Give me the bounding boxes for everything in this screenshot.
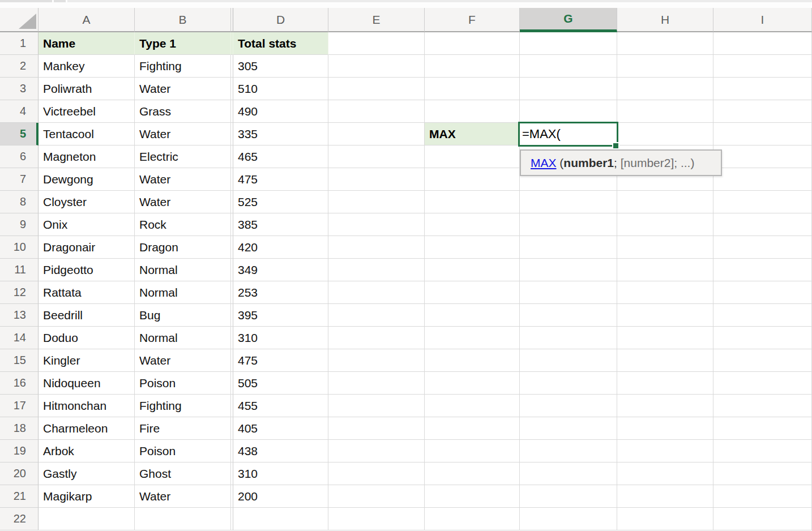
cell-G4[interactable] bbox=[520, 100, 617, 123]
row-header-3[interactable]: 3 bbox=[0, 78, 39, 100]
cell-B16[interactable]: Poison bbox=[135, 372, 231, 395]
cell-E2[interactable] bbox=[328, 55, 425, 78]
column-header-D[interactable]: D bbox=[233, 8, 328, 32]
cell-E11[interactable] bbox=[328, 259, 425, 281]
row-header-1[interactable]: 1 bbox=[0, 32, 39, 55]
cell-D1[interactable]: Total stats bbox=[233, 32, 328, 55]
cell-F4[interactable] bbox=[425, 100, 520, 123]
row-header-22[interactable]: 22 bbox=[0, 508, 39, 530]
column-header-G[interactable]: G bbox=[520, 8, 617, 32]
cell-E17[interactable] bbox=[328, 395, 425, 417]
cell-A3[interactable]: Poliwrath bbox=[39, 78, 135, 100]
cell-D3[interactable]: 510 bbox=[233, 78, 328, 100]
cell-H19[interactable] bbox=[617, 440, 713, 463]
cell-A10[interactable]: Dragonair bbox=[39, 236, 135, 259]
cell-B21[interactable]: Water bbox=[135, 485, 231, 508]
cell-E14[interactable] bbox=[328, 327, 425, 349]
cell-H9[interactable] bbox=[617, 213, 713, 236]
cell-A1[interactable]: Name bbox=[39, 32, 135, 55]
cell-F15[interactable] bbox=[425, 349, 520, 372]
cell-E1[interactable] bbox=[328, 32, 425, 55]
cell-H2[interactable] bbox=[617, 55, 713, 78]
cell-F21[interactable] bbox=[425, 485, 520, 508]
cell-G14[interactable] bbox=[520, 327, 617, 349]
cell-G8[interactable] bbox=[520, 191, 617, 213]
cell-H21[interactable] bbox=[617, 485, 713, 508]
cell-A8[interactable]: Cloyster bbox=[39, 191, 135, 213]
cell-B8[interactable]: Water bbox=[135, 191, 231, 213]
cell-I18[interactable] bbox=[713, 417, 812, 440]
cell-I3[interactable] bbox=[713, 78, 812, 100]
cell-H13[interactable] bbox=[617, 304, 713, 327]
cell-F12[interactable] bbox=[425, 281, 520, 304]
row-header-11[interactable]: 11 bbox=[0, 259, 39, 281]
cell-D20[interactable]: 310 bbox=[233, 463, 328, 485]
cell-E8[interactable] bbox=[328, 191, 425, 213]
cell-F19[interactable] bbox=[425, 440, 520, 463]
cell-D2[interactable]: 305 bbox=[233, 55, 328, 78]
cell-E20[interactable] bbox=[328, 463, 425, 485]
select-all-corner[interactable] bbox=[0, 8, 39, 32]
cell-I14[interactable] bbox=[713, 327, 812, 349]
cell-B19[interactable]: Poison bbox=[135, 440, 231, 463]
cell-I1[interactable] bbox=[713, 32, 812, 55]
cell-F16[interactable] bbox=[425, 372, 520, 395]
row-header-4[interactable]: 4 bbox=[0, 100, 39, 123]
cell-A11[interactable]: Pidgeotto bbox=[39, 259, 135, 281]
cell-D14[interactable]: 310 bbox=[233, 327, 328, 349]
cell-H16[interactable] bbox=[617, 372, 713, 395]
cell-B7[interactable]: Water bbox=[135, 168, 231, 191]
cell-I6[interactable] bbox=[713, 145, 812, 168]
cell-G17[interactable] bbox=[520, 395, 617, 417]
cell-H5[interactable] bbox=[617, 123, 713, 145]
cell-H12[interactable] bbox=[617, 281, 713, 304]
cell-G18[interactable] bbox=[520, 417, 617, 440]
cell-G16[interactable] bbox=[520, 372, 617, 395]
cell-F3[interactable] bbox=[425, 78, 520, 100]
row-header-9[interactable]: 9 bbox=[0, 213, 39, 236]
row-header-16[interactable]: 16 bbox=[0, 372, 39, 395]
cell-A2[interactable]: Mankey bbox=[39, 55, 135, 78]
cell-H17[interactable] bbox=[617, 395, 713, 417]
cell-A18[interactable]: Charmeleon bbox=[39, 417, 135, 440]
cell-H18[interactable] bbox=[617, 417, 713, 440]
cell-D18[interactable]: 405 bbox=[233, 417, 328, 440]
cell-A5[interactable]: Tentacool bbox=[39, 123, 135, 145]
cell-B9[interactable]: Rock bbox=[135, 213, 231, 236]
cell-B11[interactable]: Normal bbox=[135, 259, 231, 281]
cell-I16[interactable] bbox=[713, 372, 812, 395]
cell-I13[interactable] bbox=[713, 304, 812, 327]
cell-A15[interactable]: Kingler bbox=[39, 349, 135, 372]
cell-G13[interactable] bbox=[520, 304, 617, 327]
cell-I7[interactable] bbox=[713, 168, 812, 191]
cell-D19[interactable]: 438 bbox=[233, 440, 328, 463]
cell-G22[interactable] bbox=[520, 508, 617, 530]
cell-D13[interactable]: 395 bbox=[233, 304, 328, 327]
cell-B5[interactable]: Water bbox=[135, 123, 231, 145]
row-header-12[interactable]: 12 bbox=[0, 281, 39, 304]
row-header-6[interactable]: 6 bbox=[0, 145, 39, 168]
cell-D6[interactable]: 465 bbox=[233, 145, 328, 168]
cell-H10[interactable] bbox=[617, 236, 713, 259]
row-header-7[interactable]: 7 bbox=[0, 168, 39, 191]
cell-B22[interactable] bbox=[135, 508, 231, 530]
cell-B20[interactable]: Ghost bbox=[135, 463, 231, 485]
cell-B3[interactable]: Water bbox=[135, 78, 231, 100]
cell-H22[interactable] bbox=[617, 508, 713, 530]
row-header-14[interactable]: 14 bbox=[0, 327, 39, 349]
cell-D4[interactable]: 490 bbox=[233, 100, 328, 123]
column-header-F[interactable]: F bbox=[425, 8, 520, 32]
cell-H1[interactable] bbox=[617, 32, 713, 55]
cell-D22[interactable] bbox=[233, 508, 328, 530]
function-name-link[interactable]: MAX bbox=[531, 156, 557, 170]
cell-H4[interactable] bbox=[617, 100, 713, 123]
cell-D7[interactable]: 475 bbox=[233, 168, 328, 191]
cell-G15[interactable] bbox=[520, 349, 617, 372]
row-header-2[interactable]: 2 bbox=[0, 55, 39, 78]
cell-D16[interactable]: 505 bbox=[233, 372, 328, 395]
column-header-E[interactable]: E bbox=[328, 8, 425, 32]
cell-G11[interactable] bbox=[520, 259, 617, 281]
cell-E3[interactable] bbox=[328, 78, 425, 100]
cell-F11[interactable] bbox=[425, 259, 520, 281]
cell-E7[interactable] bbox=[328, 168, 425, 191]
